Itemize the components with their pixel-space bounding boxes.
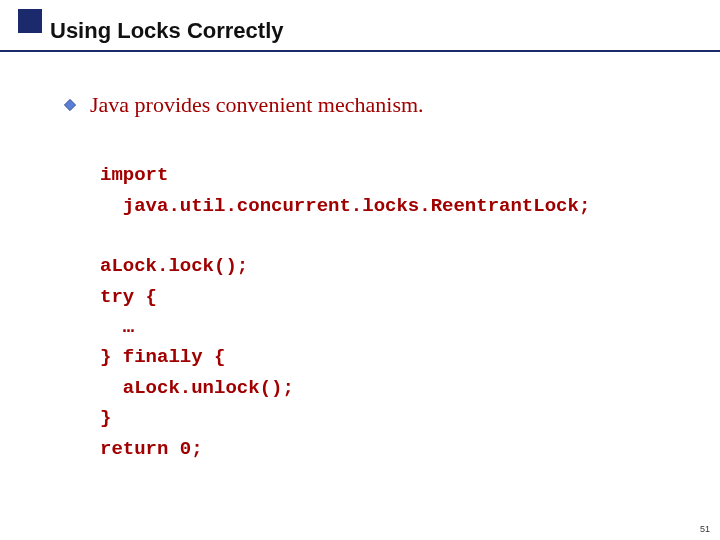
- code-line: return 0;: [100, 438, 203, 460]
- code-line: …: [100, 316, 134, 338]
- bullet-row: Java provides convenient mechanism.: [64, 92, 672, 118]
- bullet-text: Java provides convenient mechanism.: [90, 92, 424, 118]
- code-line: import: [100, 164, 168, 186]
- accent-square-icon: [18, 9, 42, 33]
- page-number: 51: [700, 524, 710, 534]
- code-line: try {: [100, 286, 157, 308]
- code-line: aLock.lock();: [100, 255, 248, 277]
- code-block: import java.util.concurrent.locks.Reentr…: [64, 130, 672, 464]
- slide-container: Using Locks Correctly Java provides conv…: [0, 0, 720, 540]
- code-line: java.util.concurrent.locks.ReentrantLock…: [100, 195, 590, 217]
- code-gap: [100, 221, 672, 251]
- svg-rect-0: [64, 99, 75, 110]
- diamond-bullet-icon: [64, 99, 76, 111]
- code-line: aLock.unlock();: [100, 377, 294, 399]
- code-line: } finally {: [100, 346, 225, 368]
- code-line: }: [100, 407, 111, 429]
- title-row: Using Locks Correctly: [0, 18, 720, 44]
- slide-title: Using Locks Correctly: [50, 18, 284, 44]
- content-area: Java provides convenient mechanism. impo…: [0, 52, 720, 464]
